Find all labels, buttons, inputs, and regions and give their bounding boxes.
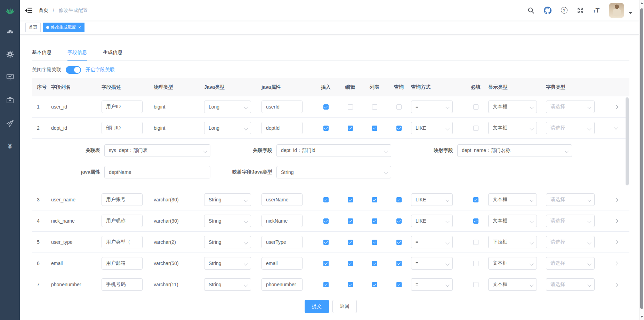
java-type-select[interactable]: Long [204,122,251,134]
tag-active-page[interactable]: 修改生成配置 × [43,23,84,32]
query-checkbox[interactable] [396,218,402,224]
expand-row-icon[interactable] [614,105,618,109]
dict-type-select[interactable]: 请选择 [546,236,595,248]
query-method-select[interactable]: = [411,278,453,291]
dict-type-select[interactable]: 请选择 [546,101,595,113]
edit-checkbox[interactable] [348,218,353,224]
java-type-select[interactable]: String [204,278,251,291]
query-method-select[interactable]: = [411,236,453,248]
java-field-input[interactable] [261,101,303,113]
display-type-select[interactable]: 文本框 [488,215,537,227]
dict-type-select[interactable]: 请选择 [546,215,595,227]
tag-home[interactable]: 首页 [25,23,41,32]
back-button[interactable]: 返回 [332,300,357,313]
insert-checkbox[interactable] [323,126,329,131]
query-method-select[interactable]: LIKE [411,215,453,227]
close-tag-icon[interactable]: × [78,25,81,30]
required-checkbox[interactable] [473,104,478,110]
insert-checkbox[interactable] [323,197,329,202]
relation-field-select[interactable]: dept_id：部门id [276,144,391,157]
search-icon[interactable] [528,7,534,14]
java-field-input[interactable] [261,278,303,291]
edit-checkbox[interactable] [348,240,353,245]
sidebar-fold-icon[interactable] [25,7,32,14]
display-type-select[interactable]: 文本框 [488,257,537,270]
required-checkbox[interactable] [473,282,478,287]
relation-table-select[interactable]: sys_dept：部门表 [104,144,210,157]
description-input[interactable] [102,122,143,134]
display-type-select[interactable]: 文本框 [488,278,537,291]
scroll-up-arrow-icon[interactable] [641,2,643,4]
query-checkbox[interactable] [396,282,402,287]
page-scrollbar[interactable] [639,0,644,320]
tab-basic-info[interactable]: 基本信息 [32,45,51,61]
edit-checkbox[interactable] [348,261,353,266]
sidebar-item-guide[interactable] [0,112,20,135]
list-checkbox[interactable] [372,218,377,224]
list-checkbox[interactable] [372,282,377,287]
insert-checkbox[interactable] [323,240,329,245]
java-type-select[interactable]: String [204,236,251,248]
sidebar-item-tool[interactable] [0,89,20,112]
description-input[interactable] [102,236,143,248]
sidebar-item-system[interactable] [0,43,20,66]
field-relation-switch[interactable] [66,66,81,74]
edit-checkbox[interactable] [348,282,353,287]
fullscreen-icon[interactable] [577,7,584,14]
expand-row-icon[interactable] [614,240,618,245]
required-checkbox[interactable] [473,218,478,224]
description-input[interactable] [102,257,143,270]
mapping-field-select[interactable]: dept_name：部门名称 [457,144,572,157]
display-type-select[interactable]: 文本框 [488,122,537,134]
submit-button[interactable]: 提交 [305,300,329,313]
java-field-input[interactable] [261,193,303,206]
edit-checkbox[interactable] [348,126,353,131]
dict-type-select[interactable]: 请选择 [546,193,595,206]
edit-checkbox[interactable] [348,197,353,202]
page-scrollbar-thumb[interactable] [640,8,643,309]
query-checkbox[interactable] [396,240,402,245]
required-checkbox[interactable] [473,126,478,131]
dict-type-select[interactable]: 请选择 [546,257,595,270]
insert-checkbox[interactable] [323,104,329,110]
insert-checkbox[interactable] [323,261,329,266]
display-type-select[interactable]: 下拉框 [488,236,537,248]
query-checkbox[interactable] [396,126,402,131]
expand-row-icon[interactable] [614,219,618,223]
sidebar-item-dashboard[interactable] [0,20,20,43]
avatar[interactable] [609,3,624,18]
sidebar-item-money[interactable]: ¥ [0,135,20,158]
list-checkbox[interactable] [372,261,377,266]
java-field-input[interactable] [261,215,303,227]
query-method-select[interactable]: = [411,101,453,113]
list-checkbox[interactable] [372,126,377,131]
insert-checkbox[interactable] [323,218,329,224]
list-checkbox[interactable] [372,197,377,202]
tab-gen-info[interactable]: 生成信息 [103,45,122,61]
dict-type-select[interactable]: 请选择 [546,278,595,291]
java-field-input[interactable] [261,236,303,248]
query-method-select[interactable]: = [411,257,453,270]
description-input[interactable] [102,101,143,113]
java-type-select[interactable]: String [204,257,251,270]
java-attr-input[interactable] [104,166,210,178]
java-type-select[interactable]: String [204,215,251,227]
query-checkbox[interactable] [396,261,402,266]
user-menu[interactable] [609,3,632,18]
query-checkbox[interactable] [396,104,402,110]
description-input[interactable] [102,215,143,227]
list-checkbox[interactable] [372,104,377,110]
java-field-input[interactable] [261,122,303,134]
edit-checkbox[interactable] [348,104,353,110]
expand-row-icon[interactable] [614,198,618,202]
font-size-icon[interactable]: TT [593,7,599,14]
sidebar-item-monitor[interactable] [0,66,20,89]
mapping-java-type-select[interactable]: String [276,166,391,178]
java-type-select[interactable]: String [204,193,251,206]
display-type-select[interactable]: 文本框 [488,101,537,113]
required-checkbox[interactable] [473,197,478,202]
java-type-select[interactable]: Long [204,101,251,113]
description-input[interactable] [102,193,143,206]
query-method-select[interactable]: LIKE [411,193,453,206]
breadcrumb-home[interactable]: 首页 [39,7,48,13]
